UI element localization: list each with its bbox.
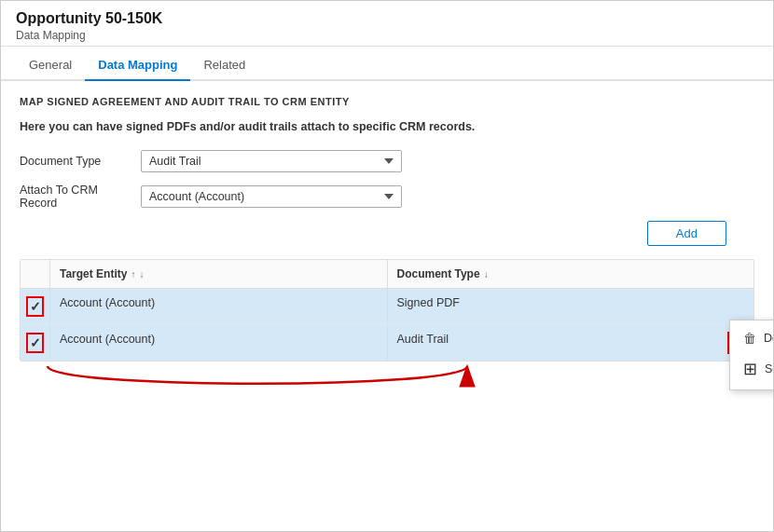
- table-row: ✓ Account (Account) Signed PDF: [21, 289, 753, 325]
- row2-checkbox-highlight: ✓: [26, 333, 44, 353]
- add-button-row: Add: [20, 221, 754, 246]
- sort-asc-icon[interactable]: ↑: [131, 269, 135, 280]
- document-type-row: Document Type Audit Trail: [20, 150, 754, 172]
- doctype-sort-icon[interactable]: ↓: [484, 269, 489, 280]
- description-text: Here you can have signed PDFs and/or aud…: [20, 120, 754, 133]
- row1-target-cell: Account (Account): [50, 289, 388, 324]
- trash-icon: 🗑: [743, 331, 756, 346]
- delete-mapping-label: Delete Data Mapping Attac...: [764, 332, 773, 345]
- attach-to-label: Attach To CRMRecord: [20, 184, 141, 210]
- table-header: Target Entity ↑ ↓ Document Type ↓: [21, 260, 753, 289]
- document-type-select[interactable]: Audit Trail: [141, 150, 402, 172]
- document-type-header-label: Document Type: [397, 267, 480, 280]
- see-all-records-item[interactable]: ⊞ See all records: [730, 352, 773, 386]
- tab-general[interactable]: General: [16, 50, 85, 81]
- row2-doctype-cell: Audit Trail: [388, 325, 725, 361]
- row2-check-icon: ✓: [30, 335, 41, 350]
- page-subtitle: Data Mapping: [16, 29, 758, 42]
- tab-data-mapping[interactable]: Data Mapping: [85, 50, 190, 81]
- attach-to-select[interactable]: Account (Account): [141, 185, 402, 208]
- see-all-label: See all records: [765, 362, 773, 375]
- header-actions-col: [724, 260, 753, 288]
- document-type-label: Document Type: [20, 155, 141, 168]
- document-type-control[interactable]: Audit Trail: [141, 150, 402, 172]
- tab-related[interactable]: Related: [190, 50, 258, 81]
- section-title: MAP SIGNED AGREEMENT AND AUDIT TRAIL TO …: [20, 96, 754, 107]
- grid-icon: ⊞: [743, 359, 757, 379]
- attach-to-row: Attach To CRMRecord Account (Account): [20, 184, 754, 210]
- sort-desc-icon[interactable]: ↓: [139, 269, 144, 280]
- row2-check-cell[interactable]: ✓: [21, 325, 50, 361]
- header-target-col: Target Entity ↑ ↓: [50, 260, 388, 288]
- row1-checkbox-highlight: ✓: [26, 296, 44, 317]
- row2-target-cell: Account (Account): [50, 325, 388, 361]
- context-menu: 🗑 Delete Data Mapping Attac... ⊞ See all…: [729, 320, 773, 390]
- delete-mapping-item[interactable]: 🗑 Delete Data Mapping Attac...: [730, 324, 773, 352]
- header-check-col: [21, 260, 50, 288]
- row2-actions-cell[interactable]: ⋮ 🗑 Delete Data Mapping Attac... ⊞ See a…: [724, 325, 753, 361]
- header-doctype-col: Document Type ↓: [388, 260, 725, 288]
- row1-doctype-cell: Signed PDF: [388, 289, 725, 324]
- content-area: MAP SIGNED AGREEMENT AND AUDIT TRAIL TO …: [1, 81, 773, 531]
- table-wrapper: Target Entity ↑ ↓ Document Type ↓ ✓: [20, 259, 754, 361]
- row1-check-icon: ✓: [30, 299, 41, 314]
- target-entity-header-label: Target Entity: [60, 267, 127, 280]
- attach-to-control[interactable]: Account (Account): [141, 185, 402, 208]
- table-row: ✓ Account (Account) Audit Trail ⋮ 🗑 Dele…: [21, 325, 753, 361]
- page-title: Opportunity 50-150K: [16, 10, 758, 27]
- data-table: Target Entity ↑ ↓ Document Type ↓ ✓: [20, 259, 754, 361]
- page-header: Opportunity 50-150K Data Mapping: [1, 1, 773, 47]
- row1-check-cell[interactable]: ✓: [21, 289, 50, 324]
- tab-bar: General Data Mapping Related: [1, 50, 773, 81]
- add-button[interactable]: Add: [647, 221, 726, 246]
